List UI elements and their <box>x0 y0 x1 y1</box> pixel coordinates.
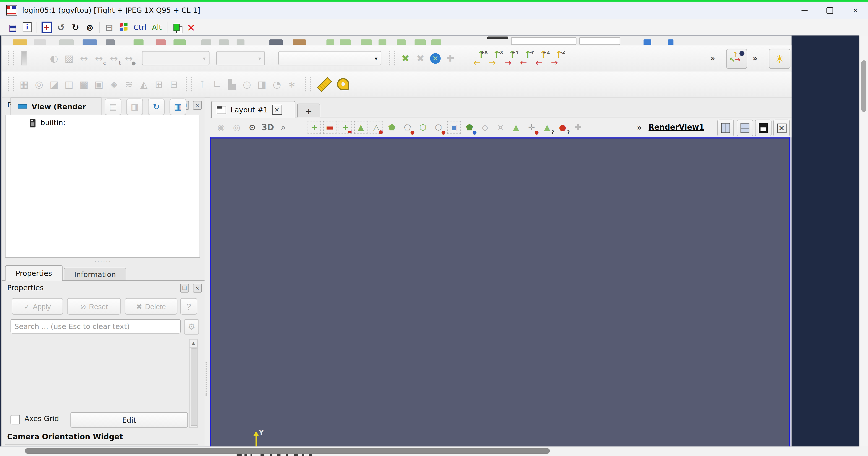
rescale-to-temporal-range-icon[interactable]: ↔t <box>106 51 122 66</box>
toggle-color-legend-icon[interactable] <box>17 51 32 66</box>
select-points-on-icon[interactable]: ▬ <box>323 121 337 134</box>
select-cells-polygon-icon[interactable]: ⬡ <box>416 121 430 134</box>
select-block-icon[interactable]: ▣ <box>447 121 461 134</box>
toolbar-overflow-chevron[interactable]: » <box>637 123 642 132</box>
select-points-rubber-icon[interactable]: △● <box>370 121 383 134</box>
axes-grid-checkbox[interactable] <box>10 415 20 424</box>
clip-icon[interactable]: ◪ <box>46 76 62 92</box>
toolbar-drag-handle[interactable] <box>8 51 14 65</box>
set-view-minus-x-button[interactable]: ↑-X→ <box>488 49 504 67</box>
source-icon[interactable] <box>397 39 406 45</box>
filter-input-stub[interactable] <box>511 37 577 45</box>
remote-desktop[interactable]: ◐▨↔↔c↔t↔● ▾ ▾ ▾ ✖✖✕✚ ↑+X←↑-X→↑+Y→↑-Y←↑+Z… <box>0 36 859 447</box>
plot-over-line-icon[interactable]: ∟ <box>209 76 224 92</box>
use-separate-color-map-icon[interactable]: ▨ <box>62 51 76 66</box>
animation-time-icon[interactable] <box>270 39 283 45</box>
select-cells-rubber-icon[interactable]: ▲ <box>354 121 368 134</box>
reset-button[interactable]: ⊘ Reset <box>67 298 121 315</box>
pin-icon[interactable] <box>668 39 674 45</box>
link-camera-icon[interactable]: ◎ <box>230 121 243 134</box>
help-button[interactable]: ? <box>180 298 197 315</box>
vertical-scrollbar-thumb[interactable] <box>861 60 866 112</box>
split-horizontal-button[interactable] <box>717 120 734 136</box>
minimize-button[interactable] <box>792 2 817 19</box>
toolbar-drag-handle[interactable] <box>186 77 192 91</box>
threshold-icon[interactable]: ▩ <box>76 76 91 92</box>
close-button[interactable]: × <box>842 2 868 19</box>
toolbar-drag-handle[interactable] <box>8 77 14 91</box>
rescale-to-data-range-icon[interactable]: ↔ <box>76 51 91 66</box>
light-kit-toggle[interactable]: ☀ <box>769 49 790 69</box>
lossless-refresh-icon[interactable]: ↺ <box>54 21 68 34</box>
plot-over-time-icon[interactable]: ◷ <box>240 76 255 92</box>
adjust-camera-icon[interactable]: ◉ <box>214 121 228 134</box>
screen-refresh-icon[interactable]: ↻ <box>68 21 83 34</box>
source-icon[interactable] <box>327 39 334 45</box>
set-view-plus-y-button[interactable]: ↑+Y→ <box>504 49 520 67</box>
ruler-icon[interactable] <box>317 76 332 92</box>
toolbar-overflow-chevron[interactable]: » <box>710 54 715 63</box>
options-icon[interactable]: ▤ <box>5 21 20 34</box>
connection-info-icon[interactable]: i <box>20 21 34 34</box>
fullscreen-icon[interactable]: + <box>39 21 54 34</box>
scroll-up-arrow[interactable]: ▲ <box>190 339 197 348</box>
source-icon[interactable] <box>414 39 426 45</box>
tab-properties[interactable]: Properties <box>5 265 63 281</box>
set-view-plus-z-button[interactable]: ↑+Z← <box>535 49 551 67</box>
reset-camera-icon[interactable]: ✖ <box>398 51 413 66</box>
toggle-select-cells-icon[interactable]: +▬ <box>339 121 352 134</box>
toggle-color-legend-icon[interactable] <box>31 51 46 66</box>
vcr-icon[interactable] <box>201 39 211 45</box>
edit-pen-icon[interactable] <box>644 39 651 45</box>
probe-location-icon[interactable]: ⊺ <box>194 76 210 92</box>
set-view-minus-y-button[interactable]: ↑-Y← <box>520 49 535 67</box>
select-cells-on-icon[interactable]: + <box>308 121 321 134</box>
disconnect-icon[interactable] <box>156 39 166 45</box>
color-component-select[interactable]: ▾ <box>216 51 265 65</box>
alt-key-button[interactable]: Alt <box>149 21 164 34</box>
delete-button[interactable]: ✖ Delete <box>125 298 178 315</box>
rescale-to-custom-range-icon[interactable]: ↔c <box>91 51 106 66</box>
hover-points-icon[interactable]: ✛● <box>525 121 538 134</box>
open-file-icon[interactable] <box>13 39 27 45</box>
edit-color-map-icon[interactable]: ◐ <box>46 51 62 66</box>
select-points-polygon-icon[interactable]: ⬡● <box>432 121 445 134</box>
zoom-to-selection-icon[interactable]: ⌕ <box>277 121 290 134</box>
source-icon[interactable] <box>379 39 386 45</box>
shrink-selection-icon[interactable]: ¤ <box>494 121 507 134</box>
send-ctrl-alt-del-icon[interactable]: ⊟ <box>102 21 116 34</box>
extract-block-icon[interactable]: ⊟ <box>166 76 181 92</box>
undo-icon[interactable] <box>83 39 97 45</box>
plot-data-icon[interactable]: ◨ <box>254 76 270 92</box>
clear-selection-icon[interactable]: ✚ <box>571 121 585 134</box>
python-calculator-icon[interactable]: ∗ <box>284 76 299 92</box>
zoom-to-data-icon[interactable]: ✖ <box>413 51 428 66</box>
set-view-plus-x-button[interactable]: ↑+X← <box>473 49 488 67</box>
dock-splitter-handle[interactable]: ······ <box>2 259 205 264</box>
pipeline-tree[interactable]: builtin: <box>5 115 200 258</box>
connect-icon[interactable] <box>134 39 144 45</box>
toolbar-separator[interactable] <box>34 21 39 34</box>
edit-selection-icon[interactable]: ⬟● <box>463 121 476 134</box>
search-options-button[interactable]: ⚙ <box>184 319 199 335</box>
zoom-to-box-icon[interactable] <box>458 51 473 66</box>
maximize-button[interactable] <box>817 2 843 19</box>
source-icon[interactable] <box>340 39 351 45</box>
close-panel-button[interactable]: × <box>193 284 202 293</box>
select-cells-through-icon[interactable]: ⬟ <box>385 121 399 134</box>
reset-camera-closest-icon[interactable]: ✕ <box>428 51 443 66</box>
set-view-minus-z-button[interactable]: ↑-Z→ <box>551 49 566 67</box>
send-windows-key-icon[interactable] <box>116 21 131 34</box>
float-panel-button[interactable]: ❏ <box>180 284 189 293</box>
protractor-icon[interactable] <box>335 76 350 92</box>
rescale-to-visible-range-icon[interactable]: ↔● <box>121 51 136 66</box>
toolbar-drag-handle[interactable] <box>389 51 395 65</box>
toolbar-drag-handle[interactable] <box>305 77 311 91</box>
contour-icon[interactable]: ◎ <box>31 76 46 92</box>
save-defaults-button[interactable]: ▦ <box>170 99 186 116</box>
filter-label-stub[interactable] <box>487 36 508 39</box>
save-data-icon[interactable] <box>34 39 46 45</box>
pipeline-item-builtin[interactable]: builtin: <box>40 119 65 127</box>
warp-by-vector-icon[interactable]: ◭ <box>136 76 152 92</box>
query-cells-icon[interactable]: ▲? <box>540 121 554 134</box>
